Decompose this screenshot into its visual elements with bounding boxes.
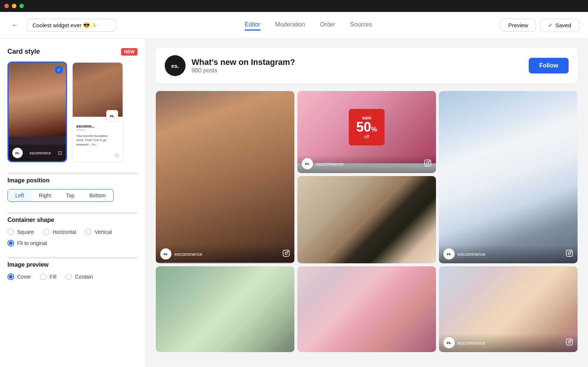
grid-item-shoes[interactable] (297, 176, 436, 263)
card-style-title: Card style (7, 48, 40, 56)
back-button[interactable]: ← (9, 19, 21, 31)
shape-square-radio (7, 229, 14, 235)
card-preview-list: es. escomm... 15/04/... Your favorite fo… (73, 63, 123, 161)
tab-sources[interactable]: Sources (350, 20, 372, 31)
titlebar-dot-yellow[interactable] (12, 4, 16, 8)
nav-actions: Preview ✓ Saved (500, 19, 579, 32)
position-bottom-btn[interactable]: Bottom (82, 189, 113, 201)
svg-rect-0 (283, 250, 290, 257)
saved-label: Saved (555, 22, 571, 28)
grid-ig-2 (424, 159, 431, 168)
card-option-portrait[interactable]: es. escommerce ⊡ ✓ (7, 62, 67, 162)
titlebar-dot-green[interactable] (19, 4, 24, 8)
shape-square-option[interactable]: Square (7, 229, 34, 235)
new-badge: NEW (121, 48, 137, 56)
shape-fit-label: Flt to original (17, 240, 47, 246)
preview-contain-radio (65, 273, 72, 280)
svg-rect-3 (425, 160, 431, 166)
position-top-btn[interactable]: Top (59, 189, 82, 201)
grid-overlay-2: es. escommerce (297, 154, 436, 173)
project-title-input[interactable] (27, 19, 116, 32)
card-style-header: Card style NEW (7, 48, 137, 56)
grid-item-jeans[interactable]: es. escommerce (439, 91, 578, 263)
card-preview-list-image: es. (73, 63, 123, 117)
shape-vertical-option[interactable]: Vertical (85, 229, 112, 235)
image-position-title: Image position (7, 177, 137, 184)
preview-contain-option[interactable]: Contain (65, 273, 93, 280)
flowers-image (297, 266, 436, 352)
card-option-check: ✓ (55, 66, 63, 74)
jeans-image (439, 91, 578, 263)
card-preview-brand: escomm... (76, 124, 119, 128)
grid-brand-people: escommerce (458, 340, 485, 346)
shape-square-label: Square (17, 229, 34, 235)
shoes-image (297, 176, 436, 263)
divider-1 (7, 173, 137, 174)
position-left-btn[interactable]: Left (8, 189, 31, 201)
divider-3 (7, 257, 137, 258)
grid-item-sale[interactable]: sale 50% off es. escommerce (297, 91, 436, 173)
card-preview-portrait-bg: es. escommerce ⊡ (9, 63, 66, 161)
saved-button[interactable]: ✓ Saved (540, 19, 579, 32)
titlebar-dot-red[interactable] (4, 4, 9, 8)
preview-cover-option[interactable]: Cover (7, 273, 31, 280)
card-style-section: Card style NEW es. escommerce ⊡ (7, 48, 137, 162)
image-preview-title: Image preview (7, 261, 137, 268)
container-shape-section: Container shape Square Horizontal Vertic… (7, 217, 137, 247)
topnav: ← Editor Moderation Order Sources Previe… (0, 12, 588, 39)
grid-brand-1: escommerce (174, 251, 202, 257)
grid-logo-3: es. (443, 248, 455, 260)
card-style-options: es. escommerce ⊡ ✓ es. (7, 62, 137, 162)
svg-point-1 (285, 252, 288, 255)
container-shape-options: Square Horizontal Vertical Flt to origin… (7, 229, 137, 247)
grid-overlay-people: es. escommerce (439, 333, 578, 352)
image-preview-options: Cover Fill Contain (7, 273, 137, 280)
container-shape-title: Container shape (7, 217, 137, 223)
card-preview-bottom: es. escommerce ⊡ (9, 145, 66, 161)
grid-item-fashion-face[interactable]: es. escommerce (156, 91, 294, 263)
tab-moderation[interactable]: Moderation (275, 20, 305, 31)
shape-fit-radio (7, 240, 14, 247)
svg-point-2 (288, 251, 288, 252)
sale-off: off (356, 134, 377, 139)
shape-horizontal-option[interactable]: Horizontal (43, 229, 76, 235)
divider-2 (7, 212, 137, 214)
preview-fill-label: Fill (50, 274, 56, 280)
grid-item-flowers[interactable] (297, 266, 436, 352)
image-grid: es. escommerce sale 50% off (156, 91, 578, 352)
grid-logo-1: es. (160, 248, 171, 260)
grid-item-people[interactable]: es. escommerce (439, 266, 578, 352)
grid-brand-3: escommerce (458, 251, 485, 257)
grid-logo-2: es. (302, 158, 313, 169)
svg-point-4 (427, 162, 429, 164)
preview-fill-option[interactable]: Fill (40, 273, 56, 280)
shape-fit-option[interactable]: Flt to original (7, 240, 47, 247)
preview-button[interactable]: Preview (500, 19, 536, 32)
follow-button[interactable]: Follow (529, 58, 569, 73)
shape-horizontal-label: Horizontal (53, 229, 76, 235)
widget-posts: 980 posts (192, 67, 529, 74)
position-right-btn[interactable]: Right (31, 189, 59, 201)
svg-rect-6 (566, 250, 573, 257)
card-preview-footer: ⊡ (115, 151, 119, 158)
tab-editor[interactable]: Editor (245, 20, 260, 31)
card-preview-face (9, 63, 66, 137)
shape-vertical-radio (85, 229, 92, 235)
main-layout: Card style NEW es. escommerce ⊡ (0, 39, 588, 367)
widget-header: es. What's new on Instagram? 980 posts F… (156, 48, 578, 84)
card-option-list[interactable]: es. escomm... 15/04/... Your favorite fo… (72, 62, 124, 162)
widget-logo: es. (165, 55, 186, 76)
card-preview-text: Your favorite foundationstock. Order now… (76, 134, 119, 147)
tab-order[interactable]: Order (320, 20, 335, 31)
preview-cover-radio (7, 273, 14, 280)
grid-logo-people: es. (443, 337, 455, 348)
grid-brand-2: escommerce (316, 161, 344, 167)
preview-contain-label: Contain (75, 274, 93, 280)
widget-title: What's new on Instagram? (192, 57, 529, 67)
svg-point-5 (429, 161, 430, 162)
nav-tabs: Editor Moderation Order Sources (122, 20, 494, 31)
grid-item-shop[interactable] (156, 266, 294, 352)
grid-ig-1 (282, 250, 290, 258)
shape-horizontal-radio (43, 229, 50, 235)
svg-point-11 (571, 340, 572, 341)
